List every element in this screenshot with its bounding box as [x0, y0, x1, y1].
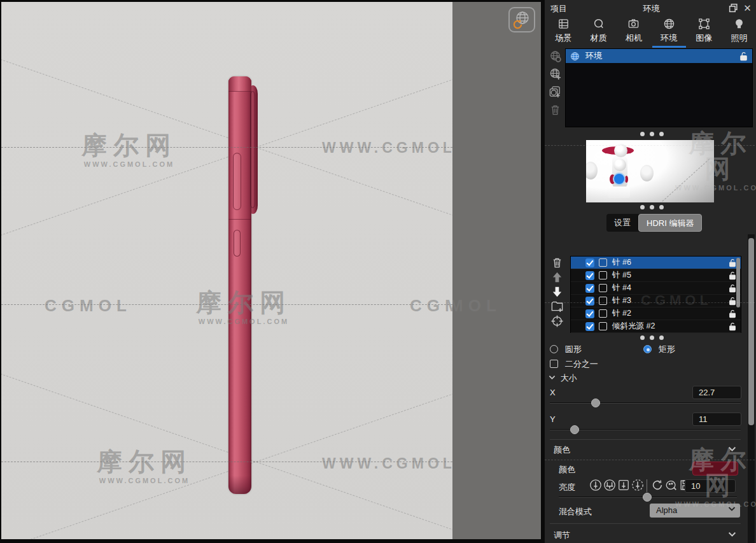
x-slider-thumb[interactable] [591, 398, 600, 407]
pin-solo-checkbox[interactable] [599, 322, 607, 330]
splitter-handle[interactable] [633, 335, 671, 341]
hdri-pin-selected-blue[interactable] [613, 173, 626, 185]
pin-solo-checkbox[interactable] [599, 297, 607, 305]
pin-row[interactable]: 针 #6 [571, 257, 741, 269]
tab-lighting[interactable]: 照明 [722, 17, 756, 46]
chevron-down-icon[interactable] [728, 446, 736, 452]
move-up-icon[interactable] [550, 271, 564, 284]
phone-seam-top [228, 91, 251, 92]
light-bulb-icon [733, 18, 745, 30]
splitter-handle[interactable] [633, 205, 671, 210]
add-rect-pin-icon[interactable] [617, 479, 630, 491]
panel-scrollbar-thumb[interactable] [748, 238, 754, 425]
pin-row[interactable]: 针 #4 [571, 282, 741, 295]
brightness-slider-thumb[interactable] [643, 493, 652, 502]
add-half-pin-icon[interactable] [603, 479, 616, 491]
brightness-label: 亮度 [559, 482, 575, 493]
unlock-icon[interactable] [729, 297, 736, 306]
toolbar-separator [647, 479, 647, 492]
environment-icon[interactable] [549, 50, 562, 63]
hdri-pin-white[interactable] [614, 144, 627, 157]
pin-row[interactable]: 倾斜光源 #2 [571, 320, 741, 333]
half-checkbox[interactable] [550, 360, 558, 368]
pin-solo-checkbox[interactable] [599, 284, 607, 292]
half-option[interactable]: 二分之一 [550, 358, 598, 370]
tab-settings[interactable]: 设置 [606, 214, 638, 232]
add-copy-pin-icon[interactable] [631, 479, 644, 491]
hdri-pin-white[interactable] [613, 159, 626, 171]
y-value-input[interactable] [692, 413, 741, 426]
pin-row[interactable]: 针 #2 [571, 307, 741, 320]
tab-environment[interactable]: 环境 [652, 17, 687, 46]
y-slider-thumb[interactable] [570, 425, 579, 434]
float-window-icon[interactable] [728, 3, 739, 13]
unlock-icon[interactable] [729, 271, 736, 280]
chevron-down-icon[interactable] [728, 532, 736, 537]
duplicate-environment-icon[interactable] [549, 85, 562, 99]
blend-mode-label: 混合模式 [559, 506, 592, 518]
guide-diagonal [1, 2, 452, 303]
panel-scrollbar[interactable] [748, 234, 755, 543]
unlock-icon[interactable] [729, 309, 736, 318]
x-label: X [550, 388, 556, 397]
radio-rectangle[interactable] [643, 345, 652, 353]
pin-list-scrollbar[interactable] [736, 258, 740, 307]
guide-line-horizontal [1, 147, 452, 148]
color-swatch[interactable] [692, 462, 738, 476]
close-panel-icon[interactable]: ✕ [742, 3, 753, 13]
color-label: 颜色 [559, 464, 575, 476]
tab-scene[interactable]: 场景 [546, 17, 581, 46]
hdri-pin-white[interactable] [640, 165, 654, 181]
tab-hdri-editor[interactable]: HDRI 编辑器 [638, 214, 702, 232]
phone-bottom-shade [228, 476, 251, 494]
pin-solo-checkbox[interactable] [599, 309, 607, 318]
shape-circle-option[interactable]: 圆形 [550, 344, 582, 355]
size-section-header[interactable]: 大小 [549, 372, 577, 384]
blend-mode-dropdown[interactable]: Alpha [650, 504, 740, 518]
x-slider[interactable] [550, 398, 741, 407]
splitter-handle[interactable] [633, 132, 671, 137]
unlock-icon[interactable] [729, 284, 736, 293]
refresh-icon[interactable] [651, 479, 664, 491]
environment-rotate-button[interactable] [508, 7, 535, 32]
pin-visible-checkbox[interactable] [585, 258, 594, 267]
tab-material[interactable]: 材质 [581, 17, 616, 46]
hdri-preview-canvas[interactable] [586, 140, 714, 202]
phone-seam-mid [228, 219, 251, 220]
brightness-slider[interactable] [559, 493, 737, 502]
unlock-icon[interactable] [729, 322, 736, 331]
pin-row[interactable]: 针 #3 [571, 295, 741, 307]
delete-pin-icon[interactable] [550, 256, 564, 269]
pin-visible-checkbox[interactable] [585, 297, 594, 306]
environment-list-item[interactable]: 环境 [566, 49, 752, 63]
viewport-3d[interactable]: 摩尔网 WWW.CGMOL.COM WWW.CGMOL.COM CGMOL 摩尔… [1, 2, 452, 539]
pin-visible-checkbox[interactable] [585, 284, 594, 293]
color-section-header: 颜色 [554, 444, 570, 456]
hdri-pin-white-base[interactable] [608, 187, 630, 198]
target-icon[interactable] [550, 314, 564, 328]
guide-diagonal [1, 2, 452, 303]
add-environment-icon[interactable] [549, 67, 562, 81]
move-down-icon[interactable] [550, 285, 564, 299]
trash-icon[interactable] [549, 103, 562, 116]
unlock-icon[interactable] [729, 258, 736, 267]
pin-visible-checkbox[interactable] [585, 309, 594, 318]
pin-visible-checkbox[interactable] [585, 271, 594, 280]
radio-circle[interactable] [550, 345, 558, 353]
pin-solo-checkbox[interactable] [599, 271, 607, 279]
pin-visible-checkbox[interactable] [585, 322, 594, 331]
tab-camera[interactable]: 相机 [616, 17, 651, 46]
y-slider[interactable] [550, 425, 741, 434]
pin-solo-checkbox[interactable] [599, 258, 607, 267]
watermark: WWW.CGMOL.COM [322, 139, 452, 157]
unlock-icon[interactable] [739, 52, 748, 61]
shape-rectangle-option[interactable]: 矩形 [643, 344, 675, 355]
add-pin-icon[interactable] [589, 479, 602, 491]
x-value-input[interactable] [692, 386, 741, 399]
hdri-pin-white[interactable] [586, 162, 598, 180]
panel-title: 环境 [545, 3, 756, 15]
tab-image[interactable]: 图像 [687, 17, 722, 46]
brightness-value-input[interactable] [685, 479, 736, 493]
pin-row[interactable]: 针 #5 [571, 269, 741, 282]
paint-brush-icon[interactable] [665, 479, 678, 491]
